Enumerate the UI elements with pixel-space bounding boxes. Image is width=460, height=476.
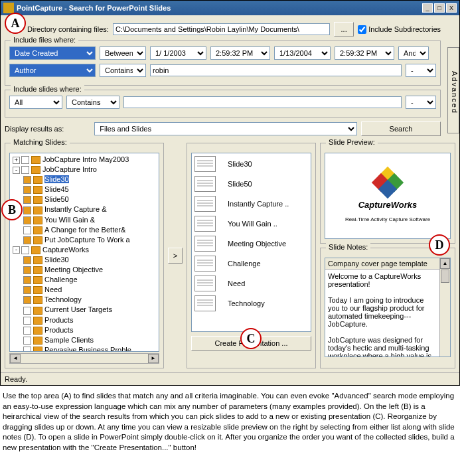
tree-item[interactable]: Products <box>11 325 157 335</box>
slide-thumb-icon <box>194 295 216 311</box>
results-tree[interactable]: +JobCapture Intro May2003-JobCapture Int… <box>9 153 159 352</box>
close-button[interactable]: X <box>446 3 457 13</box>
file-time-1-select[interactable]: 2:59:32 PM <box>210 46 270 60</box>
tree-item[interactable]: Slide30 <box>11 255 157 265</box>
thumb-row[interactable]: Slide50 <box>194 176 308 192</box>
slide-thumb-icon <box>194 176 216 192</box>
slide-thumb-icon <box>194 216 216 232</box>
slide-bool-select[interactable]: - <box>406 96 436 109</box>
panels-row: Matching Slides: B +JobCapture Intro May… <box>5 143 455 368</box>
tree-item[interactable]: Pervasive Business Proble <box>11 345 157 352</box>
file-bool-2-select[interactable]: - <box>406 64 436 77</box>
callout-d: D <box>429 234 450 256</box>
tree-h-scrollbar[interactable]: ◄► <box>9 353 159 364</box>
search-button[interactable]: Search <box>361 121 441 136</box>
file-op-1-select[interactable]: Between <box>100 46 146 60</box>
thumbs-panel: Slide30Slide50Instantly Capture ..You Wi… <box>187 143 316 368</box>
tree-item[interactable]: Slide45 <box>11 185 157 195</box>
slide-thumb-icon <box>194 156 216 172</box>
advanced-tab[interactable]: Advanced <box>447 47 459 133</box>
notes-scrollbar[interactable]: ▲ <box>439 258 450 357</box>
maximize-button[interactable]: □ <box>434 3 445 13</box>
notes-panel: Slide Notes: Company cover page template… <box>320 248 455 368</box>
notes-legend: Slide Notes: <box>326 243 370 251</box>
tree-item[interactable]: +JobCapture Intro May2003 <box>11 155 157 165</box>
app-window: PointCapture - Search for PowerPoint Sli… <box>0 0 460 386</box>
tree-item[interactable]: You Will Gain & <box>11 215 157 225</box>
window-title: PointCapture - Search for PowerPoint Sli… <box>17 4 421 12</box>
tree-item[interactable]: Slide30 <box>11 175 157 185</box>
tree-item[interactable]: -CaptureWorks <box>11 245 157 255</box>
thumbs-list[interactable]: Slide30Slide50Instantly Capture ..You Wi… <box>191 153 311 332</box>
file-date-1-select[interactable]: 1/ 1/2003 <box>150 46 206 60</box>
matching-legend: Matching Slides: <box>11 138 70 146</box>
content-area: A Advanced Directory containing files: .… <box>1 15 459 372</box>
tree-item[interactable]: Sample Clients <box>11 335 157 345</box>
slide-notes[interactable]: Company cover page template Welcome to a… <box>325 258 451 357</box>
tree-item[interactable]: -JobCapture Intro <box>11 165 157 175</box>
slide-value-input[interactable] <box>123 96 402 108</box>
display-as-label: Display results as: <box>5 125 64 133</box>
matching-panel: Matching Slides: B +JobCapture Intro May… <box>5 143 164 368</box>
callout-b: B <box>1 199 23 220</box>
callout-a: A <box>5 13 26 34</box>
thumb-row[interactable]: Instantly Capture .. <box>194 196 308 212</box>
file-time-2-select[interactable]: 2:59:32 PM <box>335 46 394 60</box>
thumb-row[interactable]: Need <box>194 276 308 291</box>
thumb-row[interactable]: Meeting Objective <box>194 236 308 252</box>
subdirs-check-input[interactable] <box>358 25 366 34</box>
callout-c: C <box>240 328 262 349</box>
tree-item[interactable]: A Change for the Better& <box>11 225 157 235</box>
file-op-2-select[interactable]: Contains <box>100 64 146 77</box>
status-text: Ready. <box>5 375 27 383</box>
directory-input[interactable] <box>113 23 330 35</box>
tree-item[interactable]: Technology <box>11 295 157 305</box>
titlebar: PointCapture - Search for PowerPoint Sli… <box>1 1 459 15</box>
file-field-2-select[interactable]: Author <box>9 64 96 77</box>
tree-item[interactable]: Instantly Capture & <box>11 204 157 214</box>
preview-panel: Slide Preview: CaptureWorks Real-Time Ac… <box>320 143 455 244</box>
tree-item[interactable]: Put JobCapture To Work a <box>11 235 157 245</box>
tree-item[interactable]: Slide50 <box>11 195 157 204</box>
tree-item[interactable]: Challenge <box>11 275 157 285</box>
files-where-legend: Include files where: <box>11 36 78 44</box>
subdirs-checkbox[interactable]: Include Subdirectories <box>358 25 441 34</box>
preview-legend: Slide Preview: <box>326 138 378 146</box>
tree-item[interactable]: Current User Targets <box>11 305 157 315</box>
notes-header: Company cover page template <box>325 258 450 270</box>
slide-thumb-icon <box>194 256 216 272</box>
slides-where-group: Include slides where: All Contains - <box>5 90 441 118</box>
slides-where-legend: Include slides where: <box>11 85 84 93</box>
notes-body: Welcome to a CaptureWorks presentation! … <box>328 272 447 357</box>
slide-thumb-icon <box>194 236 216 252</box>
thumb-row[interactable]: You Will Gain .. <box>194 216 308 232</box>
caption-text: Use the top area (A) to find slides that… <box>0 386 460 458</box>
file-value-2-input[interactable] <box>150 64 402 76</box>
dir-label: Directory containing files: <box>27 25 109 33</box>
minimize-button[interactable]: _ <box>422 3 433 13</box>
display-as-select[interactable]: Files and Slides <box>94 122 357 135</box>
browse-button[interactable]: ... <box>334 22 354 37</box>
tree-item[interactable]: Need <box>11 285 157 295</box>
thumb-row[interactable]: Slide30 <box>194 156 308 172</box>
slide-thumb-icon <box>194 196 216 212</box>
file-field-1-select[interactable]: Date Created <box>9 46 96 60</box>
app-icon <box>3 3 14 13</box>
tree-item[interactable]: Products <box>11 315 157 325</box>
status-bar: Ready. <box>1 372 459 385</box>
file-date-2-select[interactable]: 1/13/2004 <box>274 46 331 60</box>
thumb-row[interactable]: Technology <box>194 295 308 311</box>
slide-field-select[interactable]: All <box>9 96 62 109</box>
file-bool-1-select[interactable]: And <box>398 46 429 60</box>
tree-item[interactable]: Meeting Objective <box>11 265 157 275</box>
thumb-row[interactable]: Challenge <box>194 256 308 272</box>
files-where-group: Include files where: Date Created Betwee… <box>5 40 441 86</box>
move-right-button[interactable]: > <box>168 248 183 264</box>
slide-thumb-icon <box>194 276 216 291</box>
preview-brand: CaptureWorks <box>358 200 418 210</box>
captureworks-logo-icon <box>374 169 401 196</box>
slide-op-select[interactable]: Contains <box>66 96 119 109</box>
preview-tagline: Real-Time Activity Capture Software <box>345 216 430 222</box>
slide-preview: CaptureWorks Real-Time Activity Capture … <box>325 153 451 239</box>
